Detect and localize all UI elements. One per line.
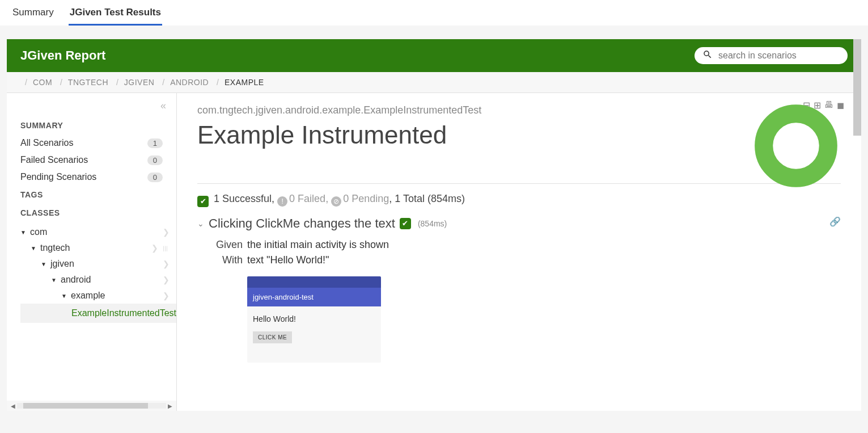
sidebar-summary-heading: SUMMARY	[7, 116, 176, 134]
scenario-title: Clicking ClickMe changes the text	[209, 216, 395, 231]
tree-node-jgiven[interactable]: ▼ jgiven ❯	[20, 256, 176, 272]
stat-success: 1 Successful,	[214, 193, 274, 204]
caret-down-icon: ▼	[41, 261, 49, 267]
search-input[interactable]	[718, 51, 840, 61]
stat-total: , 1 Total (854ms)	[389, 193, 465, 204]
scenario-header[interactable]: ⌄ Clicking ClickMe changes the text ✔ (8…	[197, 216, 841, 231]
sidebar-horizontal-scrollbar[interactable]: ◀ ▶	[7, 401, 176, 411]
screenshot-attachment: jgiven-android-test Hello World! CLICK M…	[247, 276, 381, 363]
sidebar-item-all-scenarios[interactable]: All Scenarios 1	[7, 134, 176, 152]
step-keyword: With	[213, 254, 243, 266]
tree-node-com[interactable]: ▼ com ❯	[20, 224, 176, 240]
sidebar-classes-heading: CLASSES	[7, 204, 176, 222]
link-icon[interactable]: 🔗	[829, 216, 841, 227]
crumb-tngtech[interactable]: TNGTECH	[68, 78, 108, 87]
search-box[interactable]	[695, 47, 848, 64]
step-text: text "Hello World!"	[247, 254, 329, 266]
scroll-right-icon[interactable]: ▶	[166, 403, 174, 409]
caret-down-icon: ▼	[61, 293, 69, 299]
breadcrumb: /COM /TNGTECH /JGIVEN /ANDROID /EXAMPLE	[7, 72, 861, 93]
mock-text: Hello World!	[253, 314, 375, 323]
main-content: ⊟ ⊞ 🖶 ◼ com.tngtech.jgiven.android.examp…	[177, 93, 861, 411]
step-text: the initial main activity is shown	[247, 239, 389, 251]
stats-line: ✔ 1 Successful, !0 Failed, ⊘0 Pending, 1…	[197, 193, 841, 207]
count-badge: 0	[147, 173, 163, 182]
sidebar-item-failed-scenarios[interactable]: Failed Scenarios 0	[7, 152, 176, 169]
chevron-right-icon: ❯	[151, 243, 158, 253]
sidebar-item-label: Failed Scenarios	[20, 155, 147, 165]
sidebar-item-pending-scenarios[interactable]: Pending Scenarios 0	[7, 169, 176, 186]
separator	[197, 183, 841, 184]
tree-label: jgiven	[50, 259, 163, 269]
scenario-duration: (854ms)	[418, 219, 447, 228]
tree-node-tngtech[interactable]: ▼ tngtech ❯ ⫼	[20, 240, 176, 256]
stat-pending: 0 Pending	[343, 193, 389, 204]
exclamation-icon: !	[277, 196, 287, 207]
tree-node-example[interactable]: ▼ example ❯	[20, 288, 176, 304]
sidebar-tags-heading: TAGS	[7, 186, 176, 204]
chevron-down-icon[interactable]: ⌄	[197, 219, 204, 228]
tree-label: android	[61, 275, 163, 285]
report-container: JGiven Report /COM /TNGTECH /JGIVEN /AND…	[7, 39, 861, 411]
check-icon: ✔	[197, 196, 209, 207]
sidebar-item-label: All Scenarios	[20, 138, 147, 148]
scroll-left-icon[interactable]: ◀	[9, 403, 17, 409]
top-tabs: Summary JGiven Test Results	[0, 0, 868, 26]
qualified-class-name: com.tngtech.jgiven.android.example.Examp…	[197, 104, 841, 116]
scenario-steps: Given the initial main activity is shown…	[197, 239, 841, 266]
caret-down-icon: ▼	[20, 229, 28, 236]
ban-icon: ⊘	[331, 196, 341, 207]
donut-chart	[753, 103, 839, 191]
stat-failed: 0 Failed,	[289, 193, 328, 204]
report-title: JGiven Report	[20, 48, 695, 63]
search-icon	[702, 49, 713, 62]
class-tree: ▼ com ❯ ▼ tngtech ❯ ⫼ ▼ jgiven ❯ ▼ a	[7, 222, 176, 323]
tree-leaf-example-instrumented-test[interactable]: ExampleInstrumentedTest	[20, 304, 176, 323]
mock-clickme-button: CLICK ME	[253, 331, 292, 343]
scroll-thumb[interactable]	[23, 403, 149, 409]
mock-body: Hello World! CLICK ME	[247, 306, 381, 363]
sidebar-item-label: Pending Scenarios	[20, 172, 147, 182]
chevron-right-icon: ❯	[163, 259, 170, 268]
chevron-right-icon: ❯	[163, 228, 170, 237]
count-badge: 0	[147, 155, 163, 165]
chevron-right-icon: ❯	[163, 275, 170, 284]
svg-point-0	[764, 113, 828, 178]
scroll-track[interactable]	[17, 403, 166, 409]
tab-summary[interactable]: Summary	[11, 5, 55, 26]
tab-jgiven-results[interactable]: JGiven Test Results	[69, 5, 162, 26]
step-with: With text "Hello World!"	[213, 254, 841, 266]
page-title: Example Instrumented	[197, 121, 841, 149]
count-badge: 1	[147, 138, 163, 148]
report-body: « SUMMARY All Scenarios 1 Failed Scenari…	[7, 93, 861, 411]
check-icon: ✔	[400, 218, 411, 229]
tree-label: com	[30, 227, 163, 237]
crumb-jgiven[interactable]: JGIVEN	[124, 78, 155, 87]
caret-down-icon: ▼	[31, 245, 39, 251]
crumb-com[interactable]: COM	[33, 78, 52, 87]
collapse-sidebar-icon[interactable]: «	[7, 100, 176, 116]
tree-label: tngtech	[40, 243, 151, 253]
scenario: 🔗 ⌄ Clicking ClickMe changes the text ✔ …	[197, 216, 841, 363]
chevron-right-icon: ❯	[163, 291, 170, 300]
step-keyword: Given	[213, 239, 243, 251]
mock-appbar: jgiven-android-test	[247, 288, 381, 306]
step-given: Given the initial main activity is shown	[213, 239, 841, 251]
sidebar: « SUMMARY All Scenarios 1 Failed Scenari…	[7, 93, 177, 411]
crumb-example[interactable]: EXAMPLE	[225, 78, 264, 87]
report-header: JGiven Report	[7, 39, 861, 72]
tree-label: example	[71, 291, 163, 301]
crumb-android[interactable]: ANDROID	[170, 78, 209, 87]
columns-icon: ⫼	[162, 243, 170, 253]
mock-statusbar	[247, 276, 381, 288]
tree-node-android[interactable]: ▼ android ❯	[20, 272, 176, 288]
caret-down-icon: ▼	[51, 277, 59, 283]
